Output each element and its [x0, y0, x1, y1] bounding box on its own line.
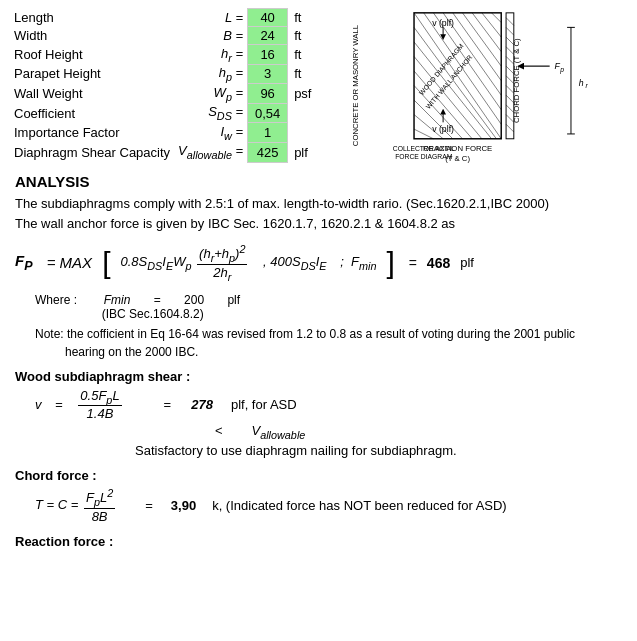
input-label: Wall Weight: [10, 84, 174, 104]
less-than-line: < Vallowable: [215, 423, 627, 441]
svg-line-30: [506, 27, 514, 35]
input-value: 16: [248, 45, 288, 65]
svg-text:h: h: [579, 78, 584, 88]
input-unit: ft: [288, 27, 318, 45]
right-bracket: ]: [386, 248, 394, 278]
fmin-label: Fmin: [104, 293, 131, 307]
chord-expr: T = C = FpL2 8B: [35, 487, 117, 524]
main-formula-block: FP = MAX [ 0.8SDSIEWp (hr+hp)2 2hr , 400…: [15, 243, 627, 283]
input-value: 24: [248, 27, 288, 45]
input-label: Roof Height: [10, 45, 174, 65]
input-var: SDS =: [174, 103, 248, 123]
input-row: Wall Weight Wp = 96 psf: [10, 84, 318, 104]
input-var: hp =: [174, 64, 248, 84]
input-var: hr =: [174, 45, 248, 65]
input-var: Iw =: [174, 123, 248, 143]
satisfactory-text: Satisfactory to use diaphragm nailing fo…: [135, 443, 627, 458]
chord-subsection: Chord force : T = C = FpL2 8B = 3,90 k, …: [15, 468, 627, 524]
svg-line-17: [414, 129, 433, 139]
left-bracket: [: [102, 248, 110, 278]
svg-text:p: p: [560, 66, 565, 74]
svg-text:v (plf): v (plf): [433, 18, 455, 28]
formula-fmin: ; Fmin: [337, 254, 377, 272]
input-label: Coefficient: [10, 103, 174, 123]
svg-text:FORCE DIAGRAM: FORCE DIAGRAM: [395, 153, 452, 160]
chord-title: Chord force :: [15, 468, 627, 483]
input-unit: [288, 103, 318, 123]
input-unit: psf: [288, 84, 318, 104]
input-unit: ft: [288, 9, 318, 27]
fp-label: FP: [15, 252, 33, 273]
input-value: 1: [248, 123, 288, 143]
formula-equals: =: [405, 255, 417, 271]
chord-unit: k, (Indicated force has NOT been reduced…: [212, 498, 507, 513]
note-text: Note: the cofficient in Eq 16-64 was rev…: [35, 325, 627, 361]
input-value: 0,54: [248, 103, 288, 123]
diagram-area: v (plf) v (plf) CONCRETE OR MASONRY WALL…: [328, 8, 627, 163]
input-row: Diaphragm Shear Capacity Vallowable = 42…: [10, 142, 318, 162]
analysis-title: ANALYSIS: [15, 173, 627, 190]
svg-text:CONCRETE OR MASONRY WALL: CONCRETE OR MASONRY WALL: [351, 24, 360, 146]
input-unit: ft: [288, 45, 318, 65]
formula-result-unit: plf: [460, 255, 474, 270]
input-var: Vallowable =: [174, 142, 248, 162]
v-label: v: [35, 397, 42, 412]
wood-unit: plf, for ASD: [231, 397, 297, 412]
input-value: 96: [248, 84, 288, 104]
input-table: Length L = 40 ft Width B = 24 ft Roof He…: [10, 8, 318, 163]
chord-eq: =: [145, 498, 153, 513]
input-row: Importance Factor Iw = 1: [10, 123, 318, 143]
analysis-para1: The subdiaphragms comply with 2.5:1 of m…: [15, 194, 627, 233]
fmin-unit: plf: [227, 293, 240, 307]
structural-diagram: v (plf) v (plf) CONCRETE OR MASONRY WALL…: [342, 8, 612, 163]
input-row: Roof Height hr = 16 ft: [10, 45, 318, 65]
where-block: Where : Fmin = 200 plf (IBC Sec.1604.8.2…: [35, 293, 627, 321]
v-allowable-label: Vallowable: [252, 423, 306, 438]
input-label: Length: [10, 9, 174, 27]
svg-text:r: r: [586, 82, 589, 89]
svg-line-9: [492, 13, 502, 23]
input-label: Parapet Height: [10, 64, 174, 84]
wood-formula: v = 0.5FpL 1.4B = 278 plf, for ASD: [35, 388, 627, 422]
analysis-section: ANALYSIS The subdiaphragms comply with 2…: [15, 173, 627, 549]
input-row: Length L = 40 ft: [10, 9, 318, 27]
formula-eq: = MAX: [43, 254, 93, 271]
svg-line-8: [482, 13, 501, 37]
wood-subsection: Wood subdiaphragm shear : v = 0.5FpL 1.4…: [15, 369, 627, 458]
input-row: Width B = 24 ft: [10, 27, 318, 45]
page: Length L = 40 ft Width B = 24 ft Roof He…: [0, 0, 637, 567]
input-label: Importance Factor: [10, 123, 174, 143]
svg-text:CHORD FORCE (T & C): CHORD FORCE (T & C): [512, 38, 521, 123]
input-unit: ft: [288, 64, 318, 84]
formula-term1: 0.8SDSIEWp (hr+hp)2 2hr: [120, 243, 249, 283]
svg-text:v (plf): v (plf): [433, 124, 455, 134]
input-label: Width: [10, 27, 174, 45]
wood-result: 278: [191, 397, 213, 412]
v-fraction: 0.5FpL 1.4B: [78, 388, 121, 422]
formula-comma1: , 400SDSIE: [259, 254, 326, 272]
reaction-title: Reaction force :: [15, 534, 627, 549]
input-row: Coefficient SDS = 0,54: [10, 103, 318, 123]
input-value: 425: [248, 142, 288, 162]
svg-line-40: [506, 124, 514, 132]
input-section: Length L = 40 ft Width B = 24 ft Roof He…: [10, 8, 627, 163]
input-unit: plf: [288, 142, 318, 162]
v-eq: =: [52, 397, 67, 412]
input-var: B =: [174, 27, 248, 45]
input-var: Wp =: [174, 84, 248, 104]
wood-title: Wood subdiaphragm shear :: [15, 369, 627, 384]
input-var: L =: [174, 9, 248, 27]
input-unit: [288, 123, 318, 143]
formula-result-value: 468: [427, 255, 450, 271]
ibc-ref: (IBC Sec.1604.8.2): [102, 307, 204, 321]
input-value: 3: [248, 64, 288, 84]
input-value: 40: [248, 9, 288, 27]
reaction-subsection: Reaction force :: [15, 534, 627, 549]
input-label: Diaphragm Shear Capacity: [10, 142, 174, 162]
svg-line-29: [506, 18, 514, 26]
svg-text:COLLECTOR AXIAL: COLLECTOR AXIAL: [393, 145, 455, 152]
input-row: Parapet Height hp = 3 ft: [10, 64, 318, 84]
v-eq2: =: [164, 397, 172, 412]
fmin-value: 200: [184, 293, 204, 307]
chord-formula: T = C = FpL2 8B = 3,90 k, (Indicated for…: [35, 487, 627, 524]
